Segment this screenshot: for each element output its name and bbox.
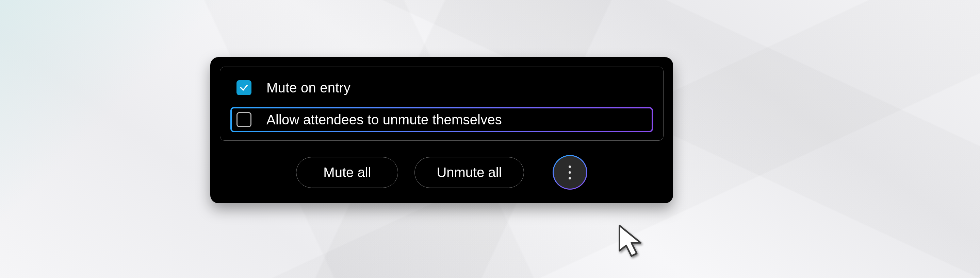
option-mute-on-entry[interactable]: Mute on entry xyxy=(231,75,653,100)
option-label: Allow attendees to unmute themselves xyxy=(266,112,502,128)
more-options-button[interactable] xyxy=(553,155,587,190)
dot-icon xyxy=(569,177,571,179)
dot-icon xyxy=(569,166,571,168)
dot-icon xyxy=(569,171,571,174)
mute-options-popup: Mute on entry Allow attendees to unmute … xyxy=(210,57,673,203)
action-button-row: Mute all Unmute all xyxy=(220,155,663,191)
checkbox-allow-unmute[interactable] xyxy=(237,112,251,127)
checkbox-mute-on-entry[interactable] xyxy=(237,80,251,95)
mute-all-button[interactable]: Mute all xyxy=(296,157,398,188)
cursor-pointer-icon xyxy=(617,224,649,260)
option-allow-unmute[interactable]: Allow attendees to unmute themselves xyxy=(231,107,653,132)
checkmark-icon xyxy=(239,83,249,92)
unmute-all-button[interactable]: Unmute all xyxy=(414,157,524,188)
option-label: Mute on entry xyxy=(266,80,350,95)
options-group: Mute on entry Allow attendees to unmute … xyxy=(220,66,663,141)
